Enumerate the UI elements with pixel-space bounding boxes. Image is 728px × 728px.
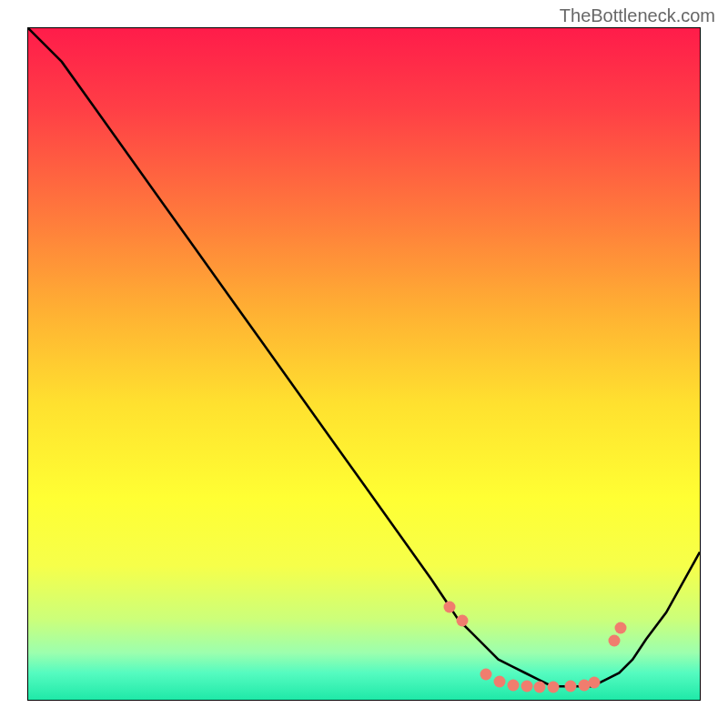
plot-inner (28, 28, 700, 700)
watermark-text: TheBottleneck.com (560, 5, 715, 26)
data-dot (494, 675, 506, 687)
data-dot (480, 669, 492, 681)
data-dot (507, 679, 519, 691)
data-dot (521, 680, 532, 692)
data-dot (534, 681, 546, 693)
data-dot (457, 615, 469, 627)
data-dot (564, 680, 576, 692)
data-dot (615, 622, 627, 633)
data-dot (443, 602, 455, 613)
data-dot (588, 677, 600, 689)
bottleneck-curve (28, 28, 700, 700)
plot-frame (27, 27, 701, 701)
data-dot (548, 681, 560, 693)
data-dot (608, 635, 620, 647)
